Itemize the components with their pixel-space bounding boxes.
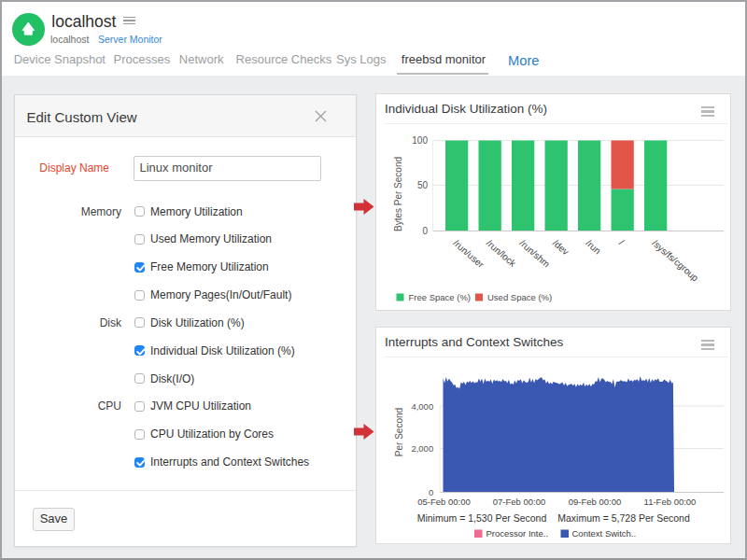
svg-text:Processor Inte..: Processor Inte.. [486, 528, 549, 539]
svg-text:Context Switch..: Context Switch.. [572, 528, 637, 539]
svg-text:/sys/fs/cgroup: /sys/fs/cgroup [650, 238, 700, 284]
svg-text:Free Space (%): Free Space (%) [409, 292, 472, 302]
svg-text:100: 100 [412, 135, 428, 146]
svg-text:/run/lock: /run/lock [485, 238, 518, 270]
svg-text:/dev: /dev [551, 238, 571, 258]
svg-text:05-Feb 00:00: 05-Feb 00:00 [417, 497, 471, 507]
svg-text:Used Space (%): Used Space (%) [487, 292, 552, 302]
svg-text:/run/shm: /run/shm [517, 238, 552, 270]
svg-text:Maximum = 5,728 Per Second: Maximum = 5,728 Per Second [557, 512, 690, 524]
svg-text:2,000: 2,000 [411, 443, 433, 454]
svg-text:Per Second: Per Second [394, 408, 404, 456]
svg-text:/run/user: /run/user [451, 238, 486, 271]
svg-text:09-Feb 00:00: 09-Feb 00:00 [569, 497, 622, 507]
svg-text:/: / [617, 238, 626, 247]
svg-text:11-Feb 00:00: 11-Feb 00:00 [644, 497, 697, 507]
svg-text:07-Feb 00:00: 07-Feb 00:00 [493, 497, 546, 507]
svg-text:50: 50 [417, 180, 429, 190]
svg-text:Bytes Per Second: Bytes Per Second [393, 157, 403, 231]
svg-text:0: 0 [422, 226, 428, 236]
svg-text:4,000: 4,000 [411, 401, 433, 412]
svg-text:/run: /run [584, 238, 602, 257]
svg-text:0: 0 [429, 487, 433, 497]
svg-text:Minimum = 1,530 Per Second: Minimum = 1,530 Per Second [417, 512, 547, 524]
